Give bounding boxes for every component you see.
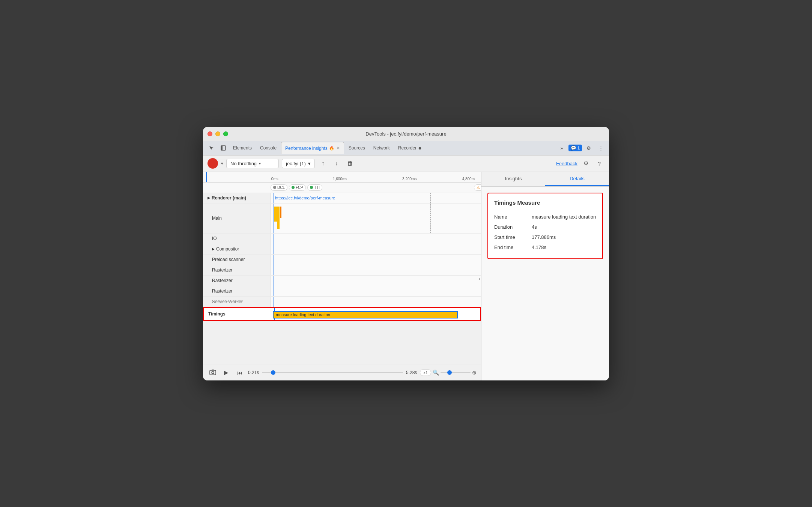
- main-bar-2: [277, 207, 280, 229]
- maximize-button[interactable]: [223, 131, 228, 136]
- track-content-rasterizer-3: [271, 286, 481, 296]
- timings-row: Timings measure loading text duration ›: [203, 307, 481, 321]
- v-dashed-line: [430, 193, 431, 203]
- zoom-out-icon[interactable]: 🔍: [433, 370, 439, 376]
- track-content-io: [271, 234, 481, 244]
- track-content-renderer: https://jec.fyi/demo/perf-measure: [271, 193, 481, 203]
- panel-settings-icon[interactable]: ⚙: [580, 158, 591, 169]
- timeline-panel: 0ms 1,600ms 3,200ms 4,800m DCL FCP: [203, 172, 481, 380]
- more-menu-icon[interactable]: ⋮: [595, 143, 606, 153]
- track-label-rasterizer-1: Rasterizer: [203, 265, 271, 275]
- milestone-bar: DCL FCP TTI ⚠ LCP: [203, 183, 481, 193]
- play-icon[interactable]: ▶: [221, 367, 232, 378]
- track-label-renderer: ▶ Renderer (main): [203, 193, 271, 203]
- track-row-io: IO: [203, 234, 481, 244]
- tab-performance-insights[interactable]: Performance insights 🔥 ✕: [281, 142, 344, 154]
- feedback-button[interactable]: Feedback: [556, 161, 577, 166]
- track-row-service-worker: Service Worker: [203, 297, 481, 307]
- v-playhead: [274, 193, 274, 203]
- cursor-icon[interactable]: [206, 143, 217, 153]
- v-playhead-service-worker: [274, 297, 274, 307]
- track-content-main: [271, 204, 481, 233]
- right-panel: Insights Details Timings Measure Name me…: [481, 172, 609, 380]
- close-button[interactable]: [208, 131, 212, 136]
- ruler-mark-0ms: 0ms: [271, 177, 278, 181]
- skip-back-icon[interactable]: ⏮: [235, 367, 245, 378]
- settings-icon[interactable]: ⚙: [583, 143, 594, 153]
- track-content-service-worker: [271, 297, 481, 307]
- more-tabs-btn[interactable]: »: [556, 143, 567, 153]
- track-label-service-worker: Service Worker: [203, 297, 271, 307]
- window-title: DevTools - jec.fyi/demo/perf-measure: [365, 131, 446, 137]
- scroll-arrow[interactable]: ›: [479, 276, 480, 281]
- track-label-compositor: ▶ Compositor: [203, 244, 271, 254]
- tab-network[interactable]: Network: [370, 142, 394, 154]
- track-row-renderer: ▶ Renderer (main) https://jec.fyi/demo/p…: [203, 193, 481, 204]
- detail-row-name: Name measure loading text duration: [494, 212, 596, 222]
- timeline-thumb: [271, 370, 275, 375]
- track-content-rasterizer-1: [271, 265, 481, 275]
- track-row-preload: Preload scanner: [203, 255, 481, 265]
- detail-card: Timings Measure Name measure loading tex…: [487, 193, 603, 259]
- fcp-badge: FCP: [289, 184, 306, 191]
- tab-bar-left: [206, 143, 229, 153]
- tab-recorder[interactable]: Recorder ⏺: [394, 142, 426, 154]
- timings-label: Timings: [204, 308, 271, 320]
- chat-badge[interactable]: 💬 1: [568, 145, 582, 151]
- export-icon[interactable]: ↑: [318, 158, 328, 169]
- track-label-preload: Preload scanner: [203, 255, 271, 265]
- tab-insights[interactable]: Insights: [481, 172, 545, 186]
- help-icon[interactable]: ?: [594, 158, 604, 169]
- tab-elements[interactable]: Elements: [229, 142, 256, 154]
- throttle-select[interactable]: No throttling ▾: [226, 159, 279, 168]
- track-row-rasterizer-3: Rasterizer: [203, 286, 481, 297]
- title-bar: DevTools - jec.fyi/demo/perf-measure: [203, 127, 609, 141]
- tab-bar: Elements Console Performance insights 🔥 …: [203, 141, 609, 155]
- time-range: 0.21s: [248, 370, 259, 375]
- minimize-button[interactable]: [215, 131, 220, 136]
- dock-icon[interactable]: [218, 143, 229, 153]
- compositor-expand-icon[interactable]: ▶: [212, 247, 215, 251]
- main-bar-3: [280, 207, 281, 218]
- tab-close-icon[interactable]: ✕: [337, 146, 340, 151]
- import-icon[interactable]: ↓: [331, 158, 342, 169]
- tti-badge: TTI: [307, 184, 322, 191]
- zoom-controls: x1 🔍 ⊕: [420, 369, 477, 376]
- right-panel-content: Timings Measure Name measure loading tex…: [481, 187, 609, 380]
- track-label-rasterizer-3: Rasterizer: [203, 286, 271, 296]
- zoom-in-icon[interactable]: ⊕: [472, 370, 477, 376]
- detail-row-duration: Duration 4s: [494, 222, 596, 232]
- track-area[interactable]: ▶ Renderer (main) https://jec.fyi/demo/p…: [203, 193, 481, 365]
- zoom-thumb: [447, 370, 452, 375]
- timeline-slider[interactable]: [262, 372, 403, 373]
- track-label-main: Main: [203, 204, 271, 233]
- ruler-mark-3200ms: 3,200ms: [402, 177, 417, 181]
- track-content-preload: [271, 255, 481, 265]
- right-panel-tabs: Insights Details: [481, 172, 609, 187]
- tab-console[interactable]: Console: [256, 142, 280, 154]
- renderer-expand-icon[interactable]: ▶: [208, 196, 210, 200]
- track-row-rasterizer-1: Rasterizer: [203, 265, 481, 276]
- lcp-badge: ⚠ LCP: [474, 184, 481, 191]
- v-playhead-compositor: [274, 244, 274, 254]
- v-playhead-preload: [274, 255, 274, 265]
- timings-measure-bar[interactable]: measure loading text duration: [273, 311, 458, 318]
- url-select[interactable]: jec.fyi (1) ▾: [282, 159, 315, 168]
- zoom-slider[interactable]: [441, 372, 471, 373]
- detail-title: Timings Measure: [494, 199, 596, 206]
- svg-rect-4: [212, 370, 214, 370]
- devtools-window: DevTools - jec.fyi/demo/perf-measure Ele…: [203, 127, 609, 380]
- record-button[interactable]: [208, 158, 218, 169]
- record-dropdown-arrow[interactable]: ▾: [221, 161, 223, 166]
- detail-row-end-time: End time 4.178s: [494, 242, 596, 252]
- track-row-rasterizer-2: Rasterizer: [203, 276, 481, 286]
- throttle-arrow-icon: ▾: [259, 161, 261, 166]
- screenshot-icon[interactable]: [208, 367, 218, 378]
- tab-details[interactable]: Details: [545, 172, 609, 186]
- dcl-dot: [273, 186, 276, 189]
- track-content-compositor: [271, 244, 481, 254]
- end-time: 5.28s: [406, 370, 417, 375]
- delete-icon[interactable]: 🗑: [345, 158, 355, 169]
- tab-sources[interactable]: Sources: [345, 142, 369, 154]
- toolbar: ▾ No throttling ▾ jec.fyi (1) ▾ ↑ ↓ 🗑 Fe…: [203, 155, 609, 172]
